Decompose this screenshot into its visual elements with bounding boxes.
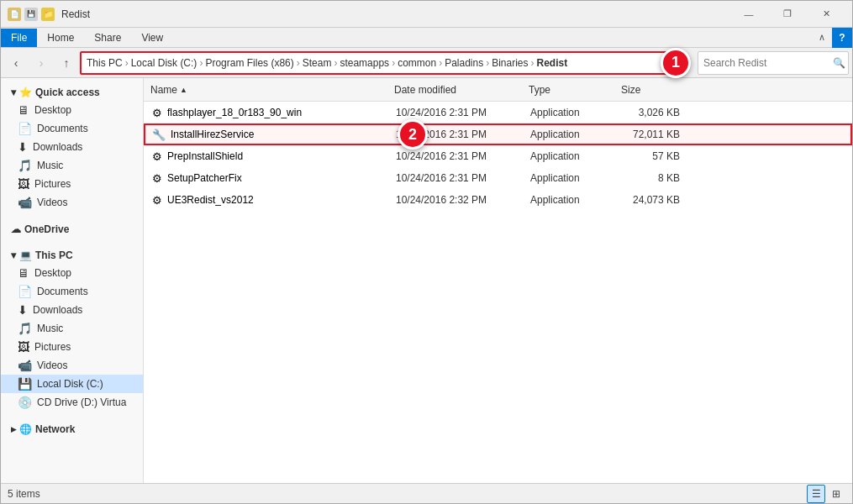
content-area: Name ▲ Date modified Type Size ⚙: [144, 78, 852, 483]
path-paladins[interactable]: Paladins: [445, 57, 483, 69]
videos-icon: 📹: [18, 196, 32, 209]
file-date-4: 10/24/2016 2:32 PM: [392, 194, 527, 206]
thispc-desktop-icon: 🖥: [18, 266, 29, 280]
table-row[interactable]: 🔧 InstallHirezService 10/24/2016 2:31 PM…: [144, 123, 852, 145]
sidebar-item-thispc-videos[interactable]: 📹 Videos: [1, 356, 143, 375]
path-localdisk[interactable]: Local Disk (C:): [131, 57, 197, 69]
sidebar-item-thispc-pictures[interactable]: 🖼 Pictures: [1, 338, 143, 356]
file-name-1: 🔧 InstallHirezService: [149, 129, 392, 141]
annotation-2: 2: [398, 119, 428, 150]
file-name-2: ⚙ PrepInstallShield: [149, 150, 392, 163]
quick-access-icon: ⭐: [19, 87, 32, 98]
path-common[interactable]: common: [398, 57, 436, 69]
file-date-3: 10/24/2016 2:31 PM: [392, 172, 527, 184]
minimize-button[interactable]: —: [729, 1, 768, 28]
path-redist[interactable]: Redist: [537, 57, 568, 69]
col-header-size[interactable]: Size: [618, 78, 685, 101]
file-type-4: Application: [527, 194, 619, 206]
path-binaries[interactable]: Binaries: [492, 57, 528, 69]
sidebar-section-onedrive[interactable]: ☁ OneDrive: [1, 218, 143, 238]
file-type-0: Application: [527, 107, 619, 118]
thispc-videos-icon: 📹: [18, 359, 32, 372]
nav-up-button[interactable]: ↑: [55, 51, 78, 75]
sidebar-item-documents[interactable]: 📄 Documents: [1, 119, 143, 138]
pictures-icon: 🖼: [18, 177, 29, 191]
file-list: ⚙ flashplayer_18_0r183_90_win 10/24/2016…: [144, 102, 852, 483]
sidebar-section-network[interactable]: ▸ 🌐 Network: [1, 418, 143, 438]
table-row[interactable]: ⚙ flashplayer_18_0r183_90_win 10/24/2016…: [144, 102, 852, 123]
ribbon-tab-view[interactable]: View: [131, 29, 173, 47]
file-name-0: ⚙ flashplayer_18_0r183_90_win: [149, 107, 392, 119]
path-programfiles[interactable]: Program Files (x86): [205, 57, 293, 69]
sidebar-item-videos[interactable]: 📹 Videos: [1, 193, 143, 212]
sidebar-section-quick-access[interactable]: ▾ ⭐ Quick access: [1, 81, 143, 101]
thispc-pictures-icon: 🖼: [18, 340, 29, 354]
file-name-4: ⚙ UE3Redist_vs2012: [149, 194, 392, 207]
sidebar-item-thispc-desktop[interactable]: 🖥 Desktop: [1, 264, 143, 282]
ribbon-tab-share[interactable]: Share: [84, 29, 131, 47]
file-type-2: Application: [527, 150, 619, 162]
ribbon-tab-file[interactable]: File: [1, 29, 37, 47]
search-icon: 🔍: [833, 57, 845, 69]
sidebar-item-pictures[interactable]: 🖼 Pictures: [1, 175, 143, 193]
path-steamapps[interactable]: steamapps: [340, 57, 389, 69]
table-row[interactable]: ⚙ PrepInstallShield 10/24/2016 2:31 PM A…: [144, 145, 852, 167]
address-path: This PC › Local Disk (C:) › Program File…: [87, 57, 567, 69]
desktop-icon: 🖥: [18, 103, 29, 117]
col-header-name[interactable]: Name ▲: [147, 78, 391, 101]
search-box[interactable]: 🔍: [698, 51, 849, 75]
sidebar-item-thispc-music[interactable]: 🎵 Music: [1, 319, 143, 338]
sidebar-item-desktop[interactable]: 🖥 Desktop: [1, 101, 143, 119]
thispc-icon: 💻: [19, 249, 32, 261]
address-bar[interactable]: This PC › Local Disk (C:) › Program File…: [80, 51, 671, 75]
file-icon-0: ⚙: [152, 107, 162, 119]
view-details-btn[interactable]: ☰: [807, 485, 825, 503]
ribbon-help-btn[interactable]: ?: [832, 28, 852, 48]
file-icon-4: ⚙: [152, 194, 162, 207]
file-type-1: Application: [527, 129, 619, 140]
main-area: ▾ ⭐ Quick access 🖥 Desktop 📄 Documents ⬇…: [1, 78, 852, 483]
file-size-4: 24,073 KB: [619, 194, 687, 206]
sidebar-item-thispc-documents[interactable]: 📄 Documents: [1, 282, 143, 301]
sidebar-sep-1: [1, 212, 143, 218]
window-icon-pin: 💾: [24, 8, 38, 21]
cddrive-icon: 💿: [18, 396, 32, 409]
maximize-button[interactable]: ❐: [768, 1, 807, 28]
search-input[interactable]: [703, 57, 829, 69]
sidebar-item-music[interactable]: 🎵 Music: [1, 156, 143, 175]
nav-forward-button[interactable]: ›: [29, 51, 53, 75]
path-steam[interactable]: Steam: [303, 57, 332, 69]
file-size-0: 3,026 KB: [619, 107, 687, 118]
annotation-1: 1: [661, 48, 691, 78]
sidebar-item-thispc-downloads[interactable]: ⬇ Downloads: [1, 301, 143, 319]
window-title: Redist: [61, 8, 729, 20]
column-headers: Name ▲ Date modified Type Size: [144, 78, 852, 102]
sidebar-item-localdisk[interactable]: 💾 Local Disk (C:): [1, 375, 143, 393]
window-icon-doc: 📄: [8, 8, 21, 21]
file-type-3: Application: [527, 172, 619, 184]
ribbon-expand-btn[interactable]: ∧: [812, 32, 832, 43]
close-button[interactable]: ✕: [807, 1, 845, 28]
music-icon: 🎵: [18, 159, 32, 172]
file-size-2: 57 KB: [619, 150, 687, 162]
table-row[interactable]: ⚙ UE3Redist_vs2012 10/24/2016 2:32 PM Ap…: [144, 189, 852, 211]
network-chevron: ▸: [11, 423, 16, 435]
thispc-chevron: ▾: [11, 249, 16, 261]
view-controls: ☰ ⊞: [807, 485, 845, 503]
col-header-date[interactable]: Date modified: [391, 78, 525, 101]
ribbon-tab-home[interactable]: Home: [37, 29, 84, 47]
nav-back-button[interactable]: ‹: [4, 51, 28, 75]
col-sort-icon: ▲: [180, 86, 187, 94]
sidebar-section-thispc[interactable]: ▾ 💻 This PC: [1, 244, 143, 264]
view-tiles-btn[interactable]: ⊞: [827, 485, 845, 503]
status-bar: 5 items ☰ ⊞: [1, 483, 852, 503]
table-row[interactable]: ⚙ SetupPatcherFix 10/24/2016 2:31 PM App…: [144, 167, 852, 189]
col-header-type[interactable]: Type: [525, 78, 618, 101]
thispc-documents-icon: 📄: [18, 285, 32, 298]
sidebar-item-downloads[interactable]: ⬇ Downloads: [1, 138, 143, 156]
file-size-3: 8 KB: [619, 172, 687, 184]
thispc-downloads-icon: ⬇: [18, 303, 28, 317]
sidebar-item-cddrive[interactable]: 💿 CD Drive (D:) Virtua: [1, 393, 143, 412]
downloads-icon: ⬇: [18, 140, 28, 154]
path-thispc[interactable]: This PC: [87, 57, 123, 69]
